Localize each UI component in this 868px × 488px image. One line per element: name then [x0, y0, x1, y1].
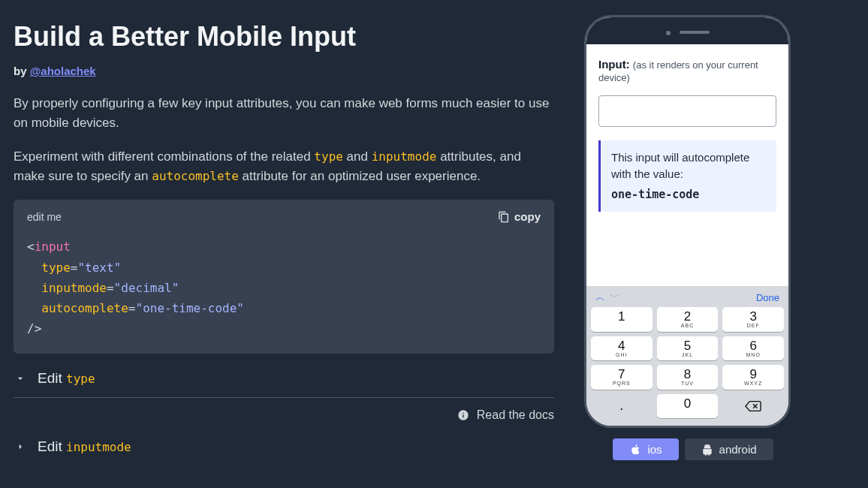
code-editor[interactable]: edit me copy <input type="text" inputmod…: [14, 200, 554, 354]
key-2[interactable]: 2ABC: [657, 307, 719, 331]
byline: by @aholachek: [14, 65, 554, 77]
ios-keyboard: ︿ ﹀ Done 1 2ABC 3DEF 4GHI 5JKL 6MNO 7PQR…: [586, 286, 788, 426]
page-title: Build a Better Mobile Input: [14, 21, 554, 53]
code-autocomplete: autocomplete: [152, 169, 239, 183]
key-0[interactable]: 0: [657, 394, 719, 418]
edit-inputmode-toggle[interactable]: Edit inputmode: [14, 432, 554, 465]
demo-input[interactable]: [598, 95, 776, 127]
android-toggle-button[interactable]: android: [685, 438, 773, 460]
apple-icon: [629, 444, 641, 456]
phone-mockup: Input: (as it renders on your current de…: [584, 15, 791, 428]
keyboard-next-icon[interactable]: ﹀: [610, 291, 619, 304]
edit-type-toggle[interactable]: Edit type: [14, 370, 554, 397]
os-toggle: ios android: [584, 438, 802, 460]
backspace-icon: [745, 400, 761, 412]
key-4[interactable]: 4GHI: [591, 336, 653, 360]
docs-label: Read the docs: [477, 408, 554, 422]
edit-me-label: edit me: [27, 211, 62, 223]
key-backspace[interactable]: [722, 394, 784, 418]
key-dot[interactable]: .: [591, 394, 653, 418]
code-inputmode: inputmode: [372, 149, 437, 164]
key-1[interactable]: 1: [591, 307, 653, 331]
key-3[interactable]: 3DEF: [722, 307, 784, 331]
key-7[interactable]: 7PQRS: [591, 365, 653, 389]
intro-paragraph-2: Experiment with different combinations o…: [14, 147, 554, 187]
autocomplete-note: This input will autocomplete with the va…: [598, 140, 776, 212]
author-link[interactable]: @aholachek: [30, 65, 96, 77]
by-prefix: by: [14, 65, 30, 77]
key-9[interactable]: 9WXYZ: [722, 365, 784, 389]
copy-icon: [498, 211, 510, 223]
copy-button[interactable]: copy: [498, 210, 541, 223]
input-label: Input: (as it renders on your current de…: [598, 58, 776, 83]
copy-label: copy: [514, 210, 541, 223]
key-8[interactable]: 8TUV: [657, 365, 719, 389]
android-icon: [701, 444, 713, 456]
keyboard-prev-icon[interactable]: ︿: [595, 291, 605, 304]
read-the-docs-link[interactable]: Read the docs: [14, 397, 554, 432]
code-type: type: [314, 149, 343, 164]
keyboard-done-button[interactable]: Done: [756, 292, 779, 303]
phone-notch: [586, 17, 788, 44]
ios-toggle-button[interactable]: ios: [613, 438, 678, 460]
code-content[interactable]: <input type="text" inputmode="decimal" a…: [27, 236, 541, 339]
key-6[interactable]: 6MNO: [722, 336, 784, 360]
intro-paragraph-1: By properly configuring a few key input …: [14, 94, 554, 134]
info-icon: [457, 409, 469, 421]
chevron-right-icon: [14, 440, 27, 453]
chevron-down-icon: [14, 372, 27, 385]
key-5[interactable]: 5JKL: [657, 336, 719, 360]
